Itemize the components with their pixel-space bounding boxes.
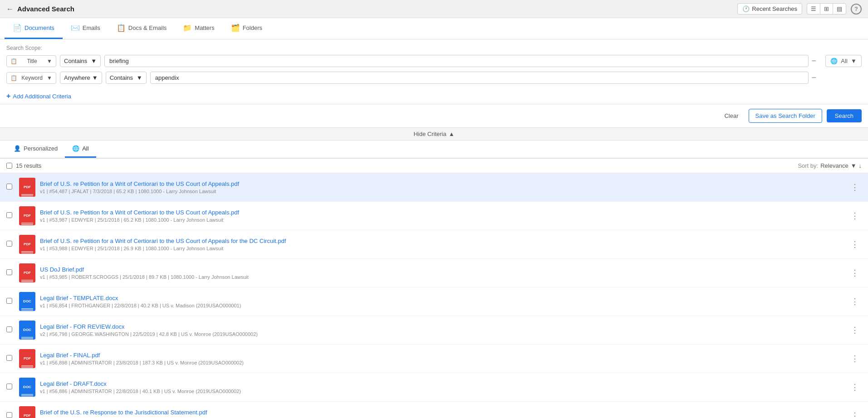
- condition-dropdown-1[interactable]: Contains ▼: [60, 55, 101, 67]
- help-button[interactable]: ?: [851, 4, 862, 15]
- row-checkbox[interactable]: [6, 355, 12, 361]
- table-row[interactable]: PDF Brief of U.S. re Petition for a Writ…: [0, 173, 868, 202]
- condition-dropdown-2[interactable]: Contains ▼: [106, 72, 147, 84]
- field-dropdown-2[interactable]: 📋 Keyword ▼: [6, 72, 56, 84]
- remove-criteria-button-1[interactable]: −: [809, 55, 819, 67]
- file-icon-container: DOC: [19, 321, 35, 340]
- tab-folders-label: Folders: [243, 24, 262, 31]
- file-type-label: DOC: [23, 385, 31, 389]
- row-checkbox[interactable]: [6, 212, 12, 218]
- clear-button[interactable]: Clear: [719, 110, 744, 122]
- row-checkbox-col: [6, 212, 15, 219]
- table-row[interactable]: PDF Brief of the U.S. re Response to the…: [0, 402, 868, 418]
- documents-icon: 📄: [13, 24, 22, 32]
- condition-label-2: Contains: [110, 74, 133, 81]
- tab-folders[interactable]: 🗂️ Folders: [223, 18, 270, 39]
- row-checkbox-col: [6, 355, 15, 362]
- top-bar-right: 🕐 Recent Searches ☰ ⊞ ▤ ?: [737, 3, 862, 15]
- hide-criteria-bar[interactable]: Hide Criteria ▲: [0, 128, 868, 141]
- view-toggle: ☰ ⊞ ▤: [807, 3, 846, 15]
- results-tab-all-label: All: [82, 145, 88, 152]
- result-meta: v1 | #56,898 | ADMINISTRATOR | 23/8/2018…: [40, 360, 848, 365]
- all-scope-selector[interactable]: 🌐 All ▼: [825, 55, 862, 67]
- tab-emails[interactable]: ✉️ Emails: [63, 18, 108, 39]
- chevron-down-icon-4: ▼: [92, 74, 98, 81]
- file-type-label: PDF: [24, 271, 31, 275]
- item-menu-button[interactable]: ⋮: [848, 238, 862, 250]
- list-view-button[interactable]: ☰: [807, 4, 820, 14]
- item-menu-button[interactable]: ⋮: [848, 353, 862, 365]
- result-meta: v1 | #54,487 | JFALAT | 7/3/2018 | 65.2 …: [40, 189, 848, 194]
- row-checkbox-col: [6, 298, 15, 305]
- search-criteria-row-1: 📋 Title ▼ Contains ▼ −: [6, 55, 819, 67]
- search-value-input-1[interactable]: [104, 55, 809, 67]
- item-menu-button[interactable]: ⋮: [848, 210, 862, 222]
- results-tab-personalized[interactable]: 👤 Personalized: [6, 141, 65, 158]
- table-row[interactable]: DOC Legal Brief - DRAFT.docx v1 | #56,88…: [0, 373, 868, 402]
- tab-documents[interactable]: 📄 Documents: [5, 18, 63, 39]
- table-row[interactable]: PDF US DoJ Brief.pdf v1 | #53,985 | ROBE…: [0, 259, 868, 287]
- table-row[interactable]: PDF Brief of U.S. re Petition for a Writ…: [0, 202, 868, 230]
- search-button[interactable]: Search: [827, 109, 862, 122]
- row-checkbox[interactable]: [6, 326, 12, 332]
- row-checkbox[interactable]: [6, 412, 12, 418]
- recent-searches-button[interactable]: 🕐 Recent Searches: [737, 3, 802, 15]
- table-row[interactable]: PDF Brief of U.S. re Petition for a Writ…: [0, 230, 868, 259]
- tab-matters[interactable]: 📁 Matters: [175, 18, 222, 39]
- save-search-folder-button[interactable]: Save as Search Folder: [749, 109, 822, 123]
- scope-fields-2: 📋 Keyword ▼ Anywhere ▼ Contains ▼: [6, 72, 809, 84]
- hide-criteria-label: Hide Criteria: [413, 131, 446, 137]
- result-meta: v1 | #56,854 | FROTHGANGER | 22/8/2018 |…: [40, 303, 848, 308]
- sort-by[interactable]: Sort by: Relevance ▼ ↓: [798, 162, 862, 169]
- result-info: US DoJ Brief.pdf v1 | #53,985 | ROBERT.S…: [40, 266, 848, 280]
- search-value-input-2[interactable]: [150, 72, 809, 84]
- result-meta: v1 | #56,886 | ADMINISTRATOR | 22/8/2018…: [40, 389, 848, 394]
- item-menu-button[interactable]: ⋮: [848, 267, 862, 279]
- sort-direction-icon: ↓: [859, 162, 862, 169]
- chevron-down-icon-2: ▼: [91, 58, 97, 64]
- tab-docs-emails[interactable]: 📋 Docs & Emails: [108, 18, 175, 39]
- field-icon-1: 📋: [10, 58, 17, 64]
- back-button[interactable]: ←: [6, 5, 14, 13]
- select-all-checkbox[interactable]: [6, 163, 12, 169]
- add-criteria-button[interactable]: + Add Additional Criteria: [6, 88, 819, 104]
- row-checkbox[interactable]: [6, 241, 12, 247]
- row-checkbox[interactable]: [6, 384, 12, 389]
- results-tab-all[interactable]: 🌐 All: [65, 141, 96, 158]
- location-label-2: Anywhere: [64, 74, 90, 81]
- action-row: Clear Save as Search Folder Search: [0, 104, 868, 128]
- file-icon-container: PDF: [19, 235, 35, 254]
- field-dropdown-1[interactable]: 📋 Title ▼: [6, 55, 56, 67]
- result-info: Brief of U.S. re Petition for a Writ of …: [40, 209, 848, 223]
- item-menu-button[interactable]: ⋮: [848, 381, 862, 393]
- all-scope-label: All: [841, 58, 847, 64]
- chevron-down-icon-1: ▼: [47, 58, 52, 64]
- location-dropdown-2[interactable]: Anywhere ▼: [60, 72, 102, 84]
- table-row[interactable]: PDF Legal Brief - FINAL.pdf v1 | #56,898…: [0, 345, 868, 373]
- item-menu-button[interactable]: ⋮: [848, 181, 862, 193]
- item-menu-button[interactable]: ⋮: [848, 324, 862, 336]
- file-icon-container: PDF: [19, 178, 35, 197]
- result-info: Legal Brief - FINAL.pdf v1 | #56,898 | A…: [40, 352, 848, 365]
- row-checkbox[interactable]: [6, 269, 12, 275]
- chevron-down-icon-6: ▼: [851, 58, 857, 64]
- result-title: Legal Brief - TEMPLATE.docx: [40, 295, 848, 301]
- item-menu-button[interactable]: ⋮: [848, 410, 862, 418]
- results-list: PDF Brief of U.S. re Petition for a Writ…: [0, 173, 868, 418]
- grid-view-button[interactable]: ⊞: [820, 4, 833, 14]
- remove-criteria-button-2[interactable]: −: [809, 72, 819, 83]
- detail-view-button[interactable]: ▤: [833, 4, 846, 14]
- table-row[interactable]: DOC Legal Brief - FOR REVIEW.docx v2 | #…: [0, 316, 868, 345]
- results-tab-personalized-label: Personalized: [24, 145, 58, 152]
- item-menu-button[interactable]: ⋮: [848, 296, 862, 307]
- result-info: Brief of U.S. re Petition for a Writ of …: [40, 180, 848, 194]
- file-type-label: PDF: [24, 356, 31, 360]
- row-checkbox[interactable]: [6, 298, 12, 304]
- recent-searches-label: Recent Searches: [752, 5, 797, 12]
- result-title: Legal Brief - FINAL.pdf: [40, 352, 848, 359]
- field-label-1: Title: [27, 58, 37, 64]
- table-row[interactable]: DOC Legal Brief - TEMPLATE.docx v1 | #56…: [0, 287, 868, 316]
- row-checkbox[interactable]: [6, 184, 12, 190]
- file-type-label: PDF: [24, 242, 31, 246]
- row-checkbox-col: [6, 412, 15, 418]
